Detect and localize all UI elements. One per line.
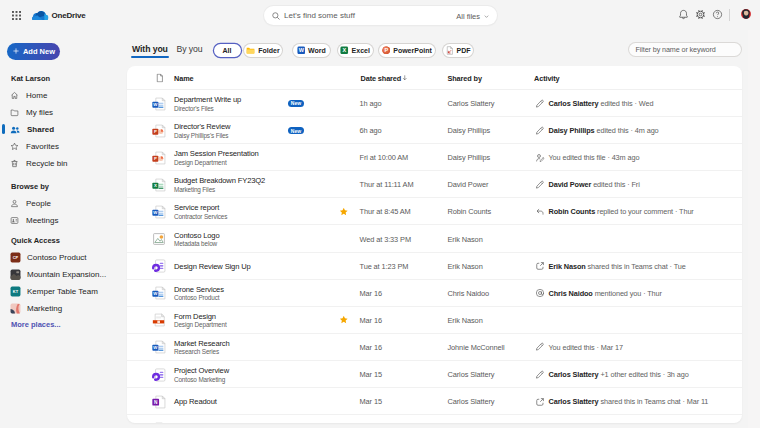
svg-text:CP: CP: [13, 255, 19, 260]
svg-text:KT: KT: [13, 289, 19, 294]
